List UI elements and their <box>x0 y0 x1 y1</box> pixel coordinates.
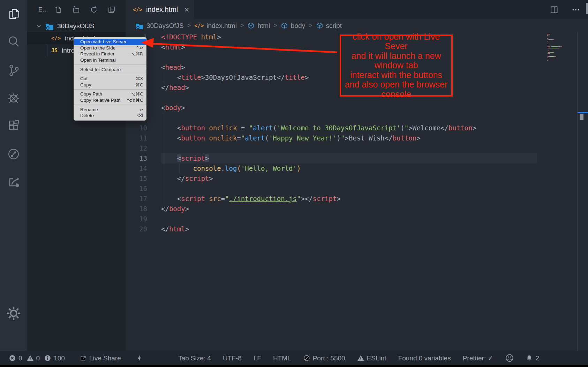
annotation-line: and also open the browser <box>341 80 451 90</box>
tab-index-html[interactable]: </> index.html × <box>126 0 194 19</box>
status-0[interactable]: 0 <box>27 354 40 362</box>
folder-icon <box>135 22 144 29</box>
breadcrumb-separator: > <box>309 22 312 29</box>
line-number: 19 <box>126 214 147 224</box>
source-control-icon[interactable] <box>6 62 22 78</box>
status-0[interactable]: 0 <box>9 354 22 362</box>
status-label: Found 0 variables <box>398 354 451 362</box>
explorer-header: E… <box>27 3 126 16</box>
status-label: 0 <box>36 354 40 362</box>
code-line-18: 18</body> <box>126 204 588 214</box>
status-utf-8[interactable]: UTF-8 <box>223 354 242 362</box>
menu-item-open-to-the-side[interactable]: Open to the Side^↩ <box>74 45 146 51</box>
code-line-14: 14 console.log('Hello, World') <box>126 163 588 174</box>
menu-item-reveal-in-finder[interactable]: Reveal in Finder⌥⌘R <box>74 51 146 57</box>
bolt-icon <box>136 354 143 362</box>
menu-item-label: Copy Relative Path <box>80 98 121 103</box>
annotation-line: interact with the buttons <box>341 70 451 80</box>
scrollbar-thumb[interactable] <box>580 114 583 120</box>
line-number: 12 <box>126 143 147 153</box>
status-label: Port : 5500 <box>313 354 345 362</box>
collapse-all-icon[interactable] <box>107 6 116 14</box>
settings-gear-icon[interactable] <box>6 305 22 321</box>
search-icon[interactable] <box>6 33 22 49</box>
status-label: Prettier: ✓ <box>463 354 493 362</box>
annotation-line: click on open with Live Sever <box>341 32 451 51</box>
line-number: 15 <box>126 174 147 184</box>
status-live-share[interactable]: Live Share <box>80 354 121 362</box>
new-folder-icon[interactable] <box>72 6 80 14</box>
minimap[interactable] <box>547 34 578 62</box>
menu-item-delete[interactable]: Delete⌫ <box>74 113 146 119</box>
vscode-window: E… 30DaysOfJS </>index.htmlJSintroductio… <box>0 0 588 367</box>
breadcrumb-separator: > <box>240 22 244 29</box>
breadcrumb-label: 30DaysOfJS <box>146 22 184 30</box>
status-port-5500[interactable]: Port : 5500 <box>303 354 345 362</box>
debug-icon[interactable] <box>6 90 22 106</box>
context-menu: Open with Live ServerOpen to the Side^↩R… <box>74 37 146 121</box>
menu-item-label: Select for Compare <box>80 67 121 72</box>
extensions-icon[interactable] <box>6 118 22 134</box>
menu-item-copy[interactable]: Copy⌘C <box>74 82 146 88</box>
overview-ruler-decoration <box>578 112 588 113</box>
code-line-9: 9 <box>126 113 588 123</box>
status-2[interactable]: 2 <box>526 354 539 362</box>
status-tab-size-4[interactable]: Tab Size: 4 <box>178 354 211 362</box>
slash-circle-icon <box>303 354 310 362</box>
menu-item-open-with-live-server[interactable]: Open with Live Server <box>74 39 146 45</box>
annotation-line: window tab <box>341 61 451 70</box>
line-number: 20 <box>126 224 147 234</box>
cube-icon <box>281 22 288 29</box>
menu-item-select-for-compare[interactable]: Select for Compare <box>74 66 146 72</box>
more-actions-icon[interactable] <box>571 5 580 14</box>
line-number: 14 <box>126 163 147 174</box>
overview-ruler-border <box>577 32 578 351</box>
status-html[interactable]: HTML <box>273 354 291 362</box>
close-icon[interactable]: × <box>184 6 189 14</box>
status-prettier[interactable]: Prettier: ✓ <box>463 354 493 362</box>
status-label: HTML <box>273 354 291 362</box>
code-line-10: 10 <button onclick = "alert('Welcome to … <box>126 123 588 133</box>
menu-item-rename[interactable]: Rename↩ <box>74 106 146 113</box>
tab-label: index.html <box>146 6 178 14</box>
line-number: 16 <box>126 184 147 194</box>
explorer-title: E… <box>38 6 48 13</box>
cube-icon <box>247 22 255 29</box>
menu-item-cut[interactable]: Cut⌘X <box>74 76 146 82</box>
live-share-icon[interactable] <box>6 146 22 162</box>
status-bolt[interactable] <box>136 354 143 362</box>
breadcrumb: 30DaysOfJS></>index.html>html>body>scrip… <box>135 19 342 32</box>
menu-item-copy-relative-path[interactable]: Copy Relative Path⌥⇧⌘C <box>74 97 146 104</box>
info-circle-icon <box>44 354 51 362</box>
new-file-icon[interactable] <box>54 6 62 14</box>
share-out-icon[interactable] <box>6 174 22 190</box>
breadcrumb-label: html <box>257 22 270 30</box>
menu-item-label: Reveal in Finder <box>80 51 114 56</box>
breadcrumb-item-index-html[interactable]: </>index.html <box>194 22 237 30</box>
status-found-0-variables[interactable]: Found 0 variables <box>398 354 451 362</box>
menu-item-shortcut: ^↩ <box>136 45 143 51</box>
menu-item-label: Open to the Side <box>80 45 115 51</box>
status-eslint[interactable]: ESLint <box>357 354 386 362</box>
breadcrumb-item-html[interactable]: html <box>247 22 270 30</box>
breadcrumb-item-body[interactable]: body <box>281 22 305 30</box>
split-editor-icon[interactable] <box>550 5 559 14</box>
menu-separator <box>74 74 146 74</box>
refresh-icon[interactable] <box>90 6 98 14</box>
menu-separator <box>74 64 146 65</box>
menu-item-open-in-terminal[interactable]: Open in Terminal <box>74 57 146 63</box>
status-smiley[interactable]: ☺ <box>505 353 514 363</box>
menu-item-shortcut: ⌥⌘C <box>130 91 143 97</box>
explorer-icon[interactable] <box>6 6 22 22</box>
tree-root-folder[interactable]: 30DaysOfJS <box>27 20 126 32</box>
status-lf[interactable]: LF <box>254 354 261 362</box>
warning-icon <box>357 354 364 362</box>
menu-item-copy-path[interactable]: Copy Path⌥⌘C <box>74 91 146 97</box>
activity-bar <box>0 0 27 351</box>
code-line-12: 12 <box>126 143 588 153</box>
breadcrumb-item-script[interactable]: script <box>316 22 342 30</box>
menu-item-shortcut: ⌘X <box>136 76 143 81</box>
breadcrumb-item-30daysofjs[interactable]: 30DaysOfJS <box>135 22 184 30</box>
status-100[interactable]: 100 <box>44 354 65 362</box>
status-label: Tab Size: 4 <box>178 354 211 362</box>
